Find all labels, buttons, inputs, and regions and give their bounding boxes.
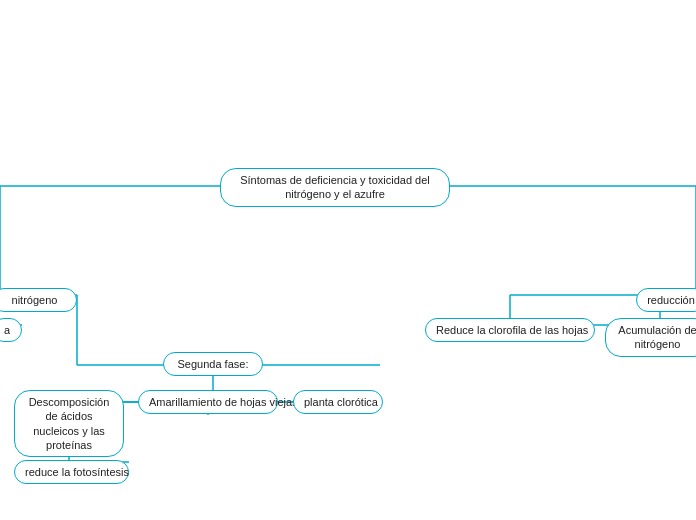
mind-map: Síntomas de deficiencia y toxicidad del … <box>0 0 696 520</box>
planta-node: planta clorótica <box>293 390 383 414</box>
reduce-fotosintesis-node: reduce la fotosíntesis <box>14 460 129 484</box>
acumulacion-node: Acumulación de nitrógeno <box>605 318 696 357</box>
center-node: Síntomas de deficiencia y toxicidad del … <box>220 168 450 207</box>
a-node: a <box>0 318 22 342</box>
nitrogeno-node: nitrógeno <box>0 288 77 312</box>
clorofila-node: Reduce la clorofila de las hojas <box>425 318 595 342</box>
amarillamiento-node: Amarillamiento de hojas viejas <box>138 390 278 414</box>
descomposicion-node: Descomposición de ácidos nucleicos y las… <box>14 390 124 457</box>
reduccion-node: reducción <box>636 288 696 312</box>
segunda-fase-node: Segunda fase: <box>163 352 263 376</box>
